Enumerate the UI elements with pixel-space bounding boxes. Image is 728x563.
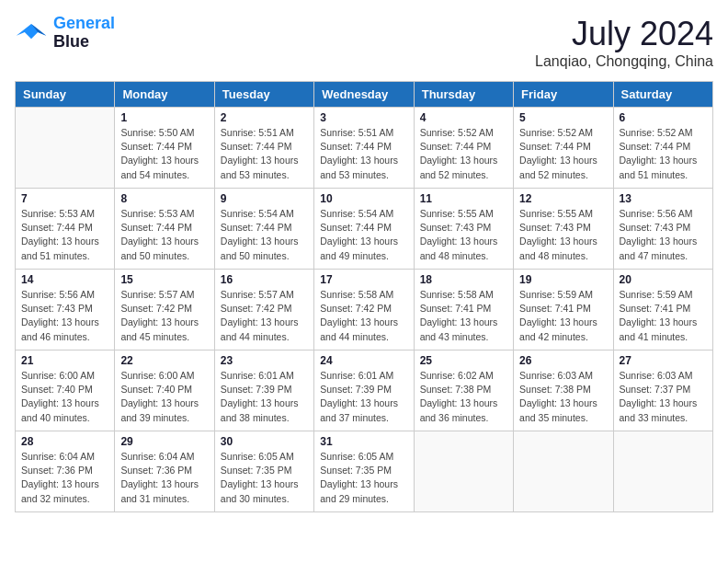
sunrise-label: Sunrise: 5:52 AM	[420, 127, 494, 138]
sunrise-label: Sunrise: 5:51 AM	[320, 127, 393, 138]
sunset-label: Sunset: 7:44 PM	[519, 141, 591, 152]
daylight-label: Daylight: 13 hours and 46 minutes.	[21, 316, 99, 341]
sunset-label: Sunset: 7:44 PM	[320, 141, 392, 152]
daylight-label: Daylight: 13 hours and 29 minutes.	[320, 478, 398, 503]
day-info: Sunrise: 6:02 AM Sunset: 7:38 PM Dayligh…	[420, 369, 507, 425]
day-info: Sunrise: 5:51 AM Sunset: 7:44 PM Dayligh…	[320, 126, 407, 182]
day-info: Sunrise: 5:52 AM Sunset: 7:44 PM Dayligh…	[420, 126, 507, 182]
day-info: Sunrise: 6:03 AM Sunset: 7:38 PM Dayligh…	[519, 369, 607, 425]
day-cell: 19 Sunrise: 5:59 AM Sunset: 7:41 PM Dayl…	[514, 270, 613, 350]
day-info: Sunrise: 5:56 AM Sunset: 7:43 PM Dayligh…	[620, 207, 707, 263]
sunset-label: Sunset: 7:44 PM	[21, 222, 93, 233]
day-cell: 8 Sunrise: 5:53 AM Sunset: 7:44 PM Dayli…	[115, 189, 214, 270]
sunset-label: Sunset: 7:44 PM	[120, 222, 192, 233]
day-info: Sunrise: 5:55 AM Sunset: 7:43 PM Dayligh…	[519, 207, 607, 263]
sunset-label: Sunset: 7:41 PM	[620, 303, 691, 314]
sunset-label: Sunset: 7:36 PM	[21, 465, 93, 476]
day-number: 19	[519, 273, 607, 286]
sunrise-label: Sunrise: 5:51 AM	[221, 127, 294, 138]
daylight-label: Daylight: 13 hours and 44 minutes.	[320, 316, 398, 341]
day-cell: 21 Sunrise: 6:00 AM Sunset: 7:40 PM Dayl…	[16, 350, 115, 431]
day-number: 29	[120, 435, 208, 448]
title-block: July 2024 Lanqiao, Chongqing, China	[535, 15, 713, 70]
sunrise-label: Sunrise: 5:52 AM	[620, 127, 693, 138]
day-cell: 6 Sunrise: 5:52 AM Sunset: 7:44 PM Dayli…	[613, 108, 712, 189]
day-number: 6	[620, 111, 707, 124]
daylight-label: Daylight: 13 hours and 32 minutes.	[21, 478, 99, 503]
sunset-label: Sunset: 7:43 PM	[519, 222, 591, 233]
day-cell: 3 Sunrise: 5:51 AM Sunset: 7:44 PM Dayli…	[314, 108, 414, 189]
week-row-4: 21 Sunrise: 6:00 AM Sunset: 7:40 PM Dayl…	[16, 350, 713, 431]
day-number: 28	[21, 435, 108, 448]
day-cell: 26 Sunrise: 6:03 AM Sunset: 7:38 PM Dayl…	[514, 350, 613, 431]
sunrise-label: Sunrise: 5:57 AM	[221, 289, 294, 300]
day-number: 21	[21, 354, 108, 367]
day-info: Sunrise: 6:01 AM Sunset: 7:39 PM Dayligh…	[320, 369, 407, 425]
daylight-label: Daylight: 13 hours and 53 minutes.	[320, 155, 398, 179]
sunset-label: Sunset: 7:40 PM	[120, 384, 192, 395]
day-info: Sunrise: 5:54 AM Sunset: 7:44 PM Dayligh…	[221, 207, 308, 263]
sunset-label: Sunset: 7:44 PM	[221, 222, 292, 233]
day-number: 25	[420, 354, 507, 367]
day-number: 9	[221, 192, 308, 205]
sunset-label: Sunset: 7:35 PM	[320, 465, 392, 476]
daylight-label: Daylight: 13 hours and 31 minutes.	[120, 478, 199, 503]
header-friday: Friday	[514, 82, 613, 108]
daylight-label: Daylight: 13 hours and 48 minutes.	[420, 236, 498, 260]
daylight-label: Daylight: 13 hours and 42 minutes.	[519, 316, 597, 341]
day-cell: 31 Sunrise: 6:05 AM Sunset: 7:35 PM Dayl…	[314, 431, 414, 512]
day-number: 12	[519, 192, 607, 205]
daylight-label: Daylight: 13 hours and 50 minutes.	[120, 236, 199, 260]
sunset-label: Sunset: 7:43 PM	[420, 222, 492, 233]
day-cell: 22 Sunrise: 6:00 AM Sunset: 7:40 PM Dayl…	[115, 350, 214, 431]
day-number: 2	[221, 111, 308, 124]
logo-icon	[15, 20, 48, 46]
calendar-header-row: Sunday Monday Tuesday Wednesday Thursday…	[16, 82, 713, 108]
calendar-table: Sunday Monday Tuesday Wednesday Thursday…	[15, 81, 713, 512]
day-number: 31	[320, 435, 407, 448]
day-number: 22	[120, 354, 208, 367]
daylight-label: Daylight: 13 hours and 49 minutes.	[320, 236, 398, 260]
daylight-label: Daylight: 13 hours and 51 minutes.	[21, 236, 99, 260]
day-number: 10	[320, 192, 407, 205]
sunrise-label: Sunrise: 5:58 AM	[320, 289, 393, 300]
daylight-label: Daylight: 13 hours and 40 minutes.	[21, 397, 99, 422]
day-info: Sunrise: 5:56 AM Sunset: 7:43 PM Dayligh…	[21, 288, 108, 344]
sunrise-label: Sunrise: 6:03 AM	[620, 370, 693, 381]
sunrise-label: Sunrise: 5:56 AM	[21, 289, 95, 300]
day-cell: 11 Sunrise: 5:55 AM Sunset: 7:43 PM Dayl…	[414, 189, 513, 270]
day-cell: 17 Sunrise: 5:58 AM Sunset: 7:42 PM Dayl…	[314, 270, 414, 350]
daylight-label: Daylight: 13 hours and 41 minutes.	[620, 316, 698, 341]
daylight-label: Daylight: 13 hours and 44 minutes.	[221, 316, 299, 341]
day-info: Sunrise: 6:00 AM Sunset: 7:40 PM Dayligh…	[120, 369, 208, 425]
day-info: Sunrise: 5:54 AM Sunset: 7:44 PM Dayligh…	[320, 207, 407, 263]
daylight-label: Daylight: 13 hours and 52 minutes.	[519, 155, 597, 179]
sunrise-label: Sunrise: 6:01 AM	[320, 370, 393, 381]
day-cell: 10 Sunrise: 5:54 AM Sunset: 7:44 PM Dayl…	[314, 189, 414, 270]
daylight-label: Daylight: 13 hours and 50 minutes.	[221, 236, 299, 260]
daylight-label: Daylight: 13 hours and 48 minutes.	[519, 236, 597, 260]
day-number: 1	[120, 111, 208, 124]
day-info: Sunrise: 5:57 AM Sunset: 7:42 PM Dayligh…	[221, 288, 308, 344]
day-info: Sunrise: 6:00 AM Sunset: 7:40 PM Dayligh…	[21, 369, 108, 425]
daylight-label: Daylight: 13 hours and 36 minutes.	[420, 397, 498, 422]
sunset-label: Sunset: 7:38 PM	[420, 384, 492, 395]
day-cell	[613, 431, 712, 512]
day-number: 23	[221, 354, 308, 367]
sunrise-label: Sunrise: 6:05 AM	[320, 451, 393, 462]
sunrise-label: Sunrise: 5:52 AM	[519, 127, 593, 138]
sunset-label: Sunset: 7:36 PM	[120, 465, 192, 476]
daylight-label: Daylight: 13 hours and 54 minutes.	[120, 155, 199, 179]
sunrise-label: Sunrise: 5:59 AM	[620, 289, 693, 300]
sunset-label: Sunset: 7:39 PM	[320, 384, 392, 395]
day-info: Sunrise: 5:59 AM Sunset: 7:41 PM Dayligh…	[620, 288, 707, 344]
day-cell: 1 Sunrise: 5:50 AM Sunset: 7:44 PM Dayli…	[115, 108, 214, 189]
day-cell: 12 Sunrise: 5:55 AM Sunset: 7:43 PM Dayl…	[514, 189, 613, 270]
day-cell	[514, 431, 613, 512]
daylight-label: Daylight: 13 hours and 39 minutes.	[120, 397, 199, 422]
logo: GeneralBlue	[15, 15, 115, 52]
daylight-label: Daylight: 13 hours and 51 minutes.	[620, 155, 698, 179]
day-number: 5	[519, 111, 607, 124]
sunset-label: Sunset: 7:44 PM	[620, 141, 691, 152]
daylight-label: Daylight: 13 hours and 38 minutes.	[221, 397, 299, 422]
